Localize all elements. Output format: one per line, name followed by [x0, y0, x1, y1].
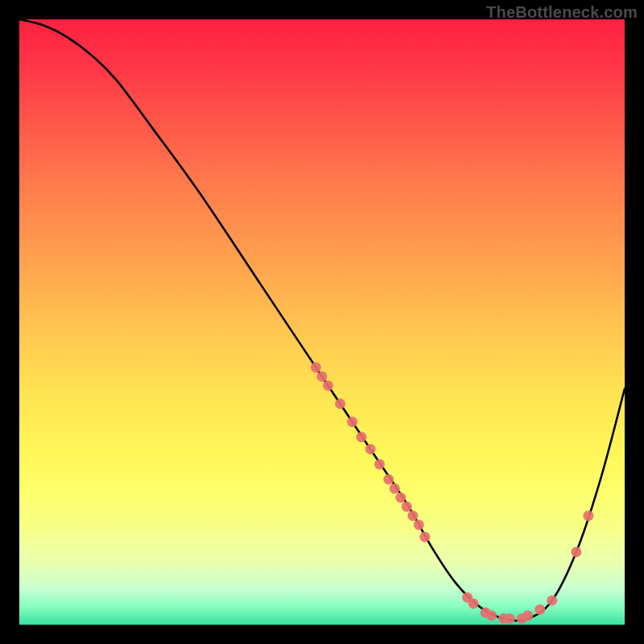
plot-area: [19, 19, 625, 625]
data-marker: [535, 605, 545, 615]
data-marker: [486, 610, 497, 621]
data-marker: [583, 510, 593, 521]
data-marker: [547, 595, 557, 605]
watermark-text: TheBottleneck.com: [486, 3, 638, 22]
data-marker: [505, 613, 515, 624]
data-marker: [402, 502, 412, 512]
curve-group: [19, 19, 625, 621]
markers-group: [311, 362, 593, 624]
data-marker: [374, 459, 385, 469]
data-marker: [317, 371, 328, 382]
data-marker: [469, 598, 479, 609]
bottleneck-curve-path: [19, 19, 625, 621]
data-marker: [365, 444, 376, 454]
chart-frame: TheBottleneck.com: [0, 0, 644, 644]
data-marker: [407, 510, 418, 521]
data-marker: [347, 417, 357, 427]
data-marker: [571, 547, 581, 557]
data-marker: [335, 398, 345, 409]
data-marker: [311, 362, 321, 373]
data-marker: [522, 610, 533, 621]
data-marker: [395, 493, 406, 503]
data-marker: [356, 431, 366, 442]
curve-svg: [19, 19, 625, 625]
data-marker: [414, 519, 424, 530]
data-marker: [323, 380, 333, 390]
data-marker: [390, 483, 400, 493]
data-marker: [383, 474, 394, 485]
data-marker: [419, 531, 430, 542]
